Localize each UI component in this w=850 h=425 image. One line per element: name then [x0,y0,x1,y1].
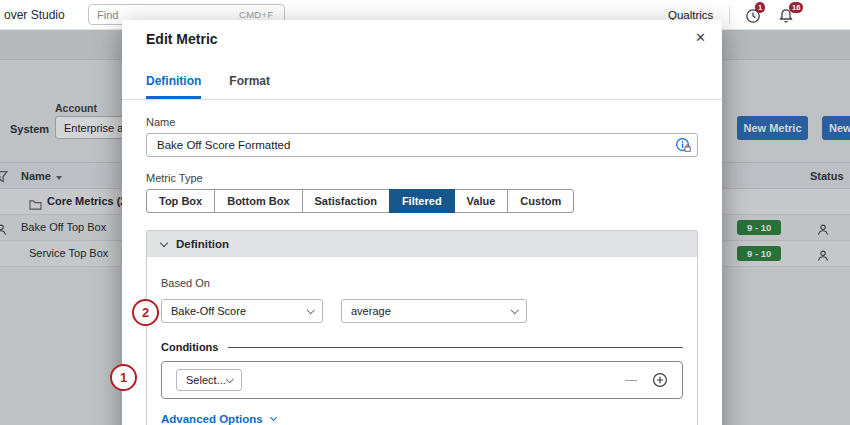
edit-metric-modal: Edit Metric ✕ Definition Format Name Met… [122,20,722,425]
search-shortcut-hint: CMD+F [239,9,274,20]
based-on-row: Bake-Off Score average [161,299,683,323]
modal-body: Name Metric Type Top Box Bottom Box Sati… [122,100,722,425]
info-lock-icon[interactable] [675,137,691,157]
metric-type-value[interactable]: Value [454,189,509,213]
name-field-label: Name [146,116,698,128]
metric-source-dropdown[interactable]: Bake-Off Score [161,299,323,323]
search-input[interactable] [97,9,239,21]
metric-type-bottom-box[interactable]: Bottom Box [214,189,302,213]
advanced-options-link[interactable]: Advanced Options [161,413,683,425]
conditions-header: Conditions [161,341,683,353]
condition-select-dropdown[interactable]: Select... [176,369,242,391]
metric-type-satisfaction[interactable]: Satisfaction [302,189,390,213]
annotation-step-2: 2 [132,299,159,326]
condition-row: Select... — [161,361,683,399]
annotation-step-1: 1 [110,364,137,391]
add-condition-icon[interactable] [652,372,668,388]
modal-tabs: Definition Format [122,74,722,100]
based-on-label: Based On [161,277,683,289]
notifications-badge: 16 [789,2,803,13]
aggregation-value: average [351,305,391,317]
metric-source-value: Bake-Off Score [171,305,246,317]
metric-type-label: Metric Type [146,172,698,184]
definition-accordion: Definition Based On Bake-Off Score avera… [146,230,698,425]
modal-title: Edit Metric [146,31,218,47]
aggregation-dropdown[interactable]: average [341,299,527,323]
metric-type-custom[interactable]: Custom [507,189,574,213]
condition-actions: — [625,372,668,388]
chevron-down-icon [160,238,168,246]
modal-header: Edit Metric ✕ [122,20,722,48]
advanced-options-label: Advanced Options [161,413,263,425]
metric-type-top-box[interactable]: Top Box [146,189,215,213]
chevron-down-icon [510,306,518,314]
condition-select-value: Select... [186,374,226,386]
close-icon[interactable]: ✕ [695,30,706,45]
tab-definition[interactable]: Definition [146,74,201,99]
app-brand: over Studio [4,8,65,22]
screen: System Account Enterprise a New Metric N… [0,0,850,425]
tab-format[interactable]: Format [229,74,270,99]
name-field-wrap [146,133,698,157]
topbar-divider [729,6,730,24]
definition-section-header[interactable]: Definition [147,231,697,257]
definition-section-body: Based On Bake-Off Score average Conditio… [147,257,697,425]
conditions-divider [228,347,683,348]
activity-badge: 1 [755,2,765,13]
conditions-label: Conditions [161,341,218,353]
chevron-down-icon [270,414,277,421]
metric-type-filtered[interactable]: Filtered [389,189,455,213]
remove-condition-button[interactable]: — [625,373,637,387]
metric-type-group: Top Box Bottom Box Satisfaction Filtered… [146,189,574,213]
metric-name-input[interactable] [146,133,698,157]
definition-section-title: Definition [176,238,229,250]
chevron-down-icon [225,375,233,383]
chevron-down-icon [306,306,314,314]
